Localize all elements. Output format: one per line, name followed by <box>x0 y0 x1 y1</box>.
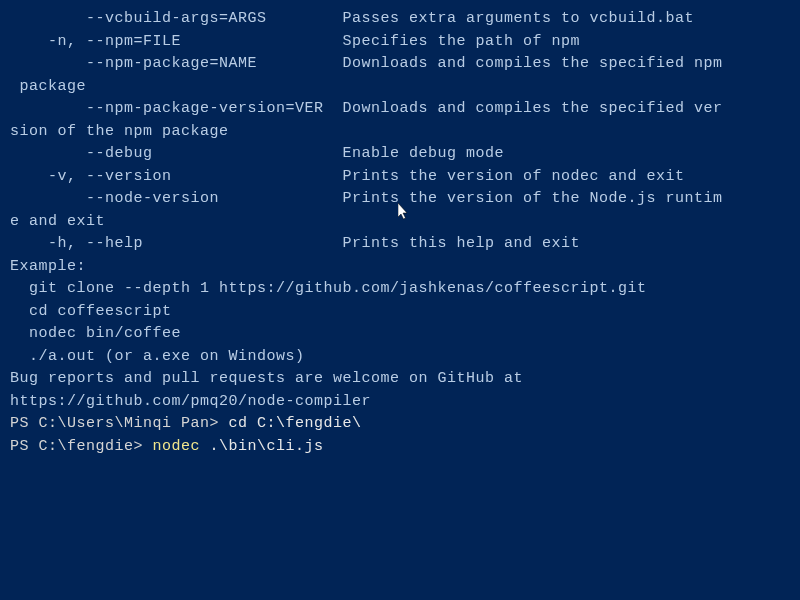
command-text: cd C:\fengdie\ <box>229 415 362 432</box>
help-line: nodec bin/coffee <box>10 323 790 346</box>
help-line: -v, --version Prints the version of node… <box>10 166 790 189</box>
help-line: https://github.com/pmq20/node-compiler <box>10 391 790 414</box>
prompt-line-2[interactable]: PS C:\fengdie> nodec .\bin\cli.js <box>10 436 790 459</box>
ps-prompt: PS C:\Users\Minqi Pan> <box>10 415 229 432</box>
help-line: package <box>10 76 790 99</box>
help-line: git clone --depth 1 https://github.com/j… <box>10 278 790 301</box>
help-line: --debug Enable debug mode <box>10 143 790 166</box>
prompt-line-1[interactable]: PS C:\Users\Minqi Pan> cd C:\fengdie\ <box>10 413 790 436</box>
help-line: ./a.out (or a.exe on Windows) <box>10 346 790 369</box>
help-line: Bug reports and pull requests are welcom… <box>10 368 790 391</box>
help-line: cd coffeescript <box>10 301 790 324</box>
help-line: --vcbuild-args=ARGS Passes extra argumen… <box>10 8 790 31</box>
help-line: --npm-package=NAME Downloads and compile… <box>10 53 790 76</box>
help-line: e and exit <box>10 211 790 234</box>
command-arg: .\bin\cli.js <box>200 438 324 455</box>
help-line: Example: <box>10 256 790 279</box>
help-line: -n, --npm=FILE Specifies the path of npm <box>10 31 790 54</box>
help-line: --node-version Prints the version of the… <box>10 188 790 211</box>
command-yellow: nodec <box>153 438 201 455</box>
terminal-output: --vcbuild-args=ARGS Passes extra argumen… <box>10 8 790 413</box>
help-line: -h, --help Prints this help and exit <box>10 233 790 256</box>
help-line: sion of the npm package <box>10 121 790 144</box>
ps-prompt: PS C:\fengdie> <box>10 438 153 455</box>
help-line: --npm-package-version=VER Downloads and … <box>10 98 790 121</box>
